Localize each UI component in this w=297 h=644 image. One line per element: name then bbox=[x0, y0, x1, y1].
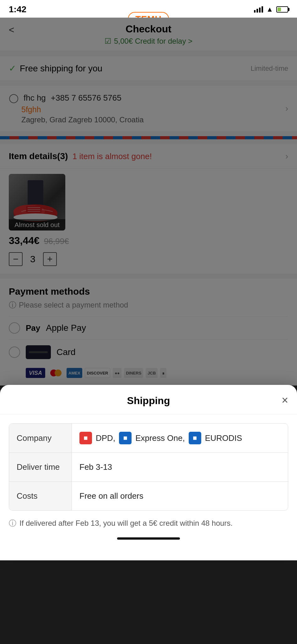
status-bar: 1:42 TEMU ▲ bbox=[0, 0, 297, 18]
sheet-title: Shipping bbox=[127, 395, 170, 407]
express-one-icon: ■ bbox=[119, 432, 132, 444]
dpd-icon: ■ bbox=[79, 432, 92, 444]
deliver-time-value: Feb 3-13 bbox=[72, 453, 288, 481]
delay-notice-text: If delivered after Feb 13, you will get … bbox=[19, 518, 233, 529]
table-row-company: Company ■ DPD, ■ Express One, ■ EURODIS bbox=[9, 424, 288, 453]
shipping-table: Company ■ DPD, ■ Express One, ■ EURODIS … bbox=[9, 423, 288, 511]
shipping-bottom-sheet: Shipping × Company ■ DPD, ■ Express One,… bbox=[0, 385, 297, 560]
table-row-costs: Costs Free on all orders bbox=[9, 482, 288, 510]
costs-label: Costs bbox=[9, 482, 72, 510]
company-label: Company bbox=[9, 424, 72, 452]
sheet-close-button[interactable]: × bbox=[282, 394, 288, 407]
company-value: ■ DPD, ■ Express One, ■ EURODIS bbox=[72, 424, 288, 452]
status-time: 1:42 bbox=[9, 4, 26, 14]
dpd-label: DPD, bbox=[96, 433, 115, 443]
page-overlay bbox=[0, 18, 297, 386]
eurodis-label: EURODIS bbox=[205, 433, 242, 443]
eurodis-icon: ■ bbox=[189, 432, 201, 444]
checkout-page: < Checkout ☑ 5,00€ Credit for delay > ✓ … bbox=[0, 18, 297, 386]
delay-info-icon: ⓘ bbox=[9, 518, 16, 528]
sheet-header: Shipping × bbox=[0, 385, 297, 414]
home-bar bbox=[117, 537, 180, 540]
table-row-deliver-time: Deliver time Feb 3-13 bbox=[9, 453, 288, 482]
express-one-label: Express One, bbox=[135, 433, 185, 443]
home-indicator bbox=[0, 529, 297, 548]
deliver-time-label: Deliver time bbox=[9, 453, 72, 481]
delay-notice: ⓘ If delivered after Feb 13, you will ge… bbox=[9, 518, 288, 529]
wifi-icon: ▲ bbox=[266, 5, 273, 14]
battery-icon bbox=[276, 6, 288, 13]
signal-bars-icon bbox=[254, 6, 263, 13]
costs-value: Free on all orders bbox=[72, 482, 288, 510]
status-icons: ▲ bbox=[254, 5, 288, 14]
